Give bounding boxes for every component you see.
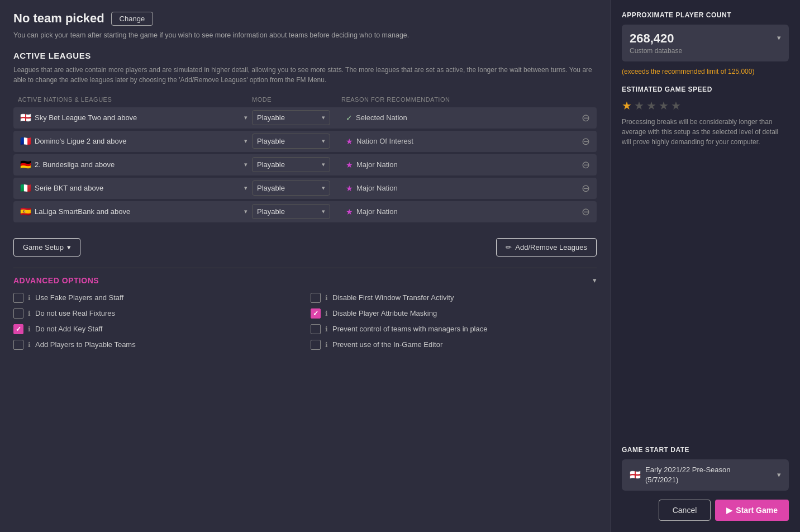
reason-cell-2: ★ Nation Of Interest	[341, 137, 578, 146]
flag-england-date: 🏴󠁧󠁢󠁥󠁮󠁧󠁿	[630, 469, 641, 480]
cancel-button[interactable]: Cancel	[659, 500, 711, 521]
remove-button-2[interactable]: ⊖	[578, 134, 593, 149]
chevron-down-icon: ▾	[322, 114, 325, 121]
advanced-options-header: ADVANCED OPTIONS ▾	[13, 276, 597, 285]
date-line2: (5/7/2021)	[645, 475, 730, 485]
advanced-options-title: ADVANCED OPTIONS	[13, 276, 99, 285]
player-count-box[interactable]: 268,420 Custom database ▾	[622, 25, 789, 61]
game-setup-label: Game Setup	[23, 243, 64, 251]
mode-select-2[interactable]: Playable ▾	[252, 134, 330, 149]
add-remove-leagues-button[interactable]: ✏ Add/Remove Leagues	[496, 238, 597, 256]
checkbox-ingame-editor[interactable]	[311, 340, 321, 350]
reason-label-3: Major Nation	[356, 160, 398, 169]
active-leagues-desc: Leagues that are active contain more pla…	[13, 65, 597, 85]
chevron-down-icon: ▾	[322, 184, 325, 192]
reason-label-4: Major Nation	[356, 184, 398, 192]
start-game-label: Start Game	[736, 506, 778, 515]
option-label: Do not use Real Fixtures	[35, 309, 115, 317]
table-row: 🇮🇹 Serie BKT and above ▾ Playable ▾ ★ Ma…	[13, 178, 597, 199]
chevron-down-icon: ▾	[777, 34, 781, 42]
left-panel: No team picked Change You can pick your …	[0, 0, 610, 532]
reason-cell-3: ★ Major Nation	[341, 160, 578, 169]
game-setup-button[interactable]: Game Setup ▾	[13, 238, 80, 256]
active-leagues-title: ACTIVE LEAGUES	[13, 51, 597, 60]
option-label: Prevent use of the In-Game Editor	[332, 340, 442, 349]
remove-button-4[interactable]: ⊖	[578, 180, 593, 196]
chevron-down-icon: ▾	[322, 208, 325, 215]
date-info: 🏴󠁧󠁢󠁥󠁮󠁧󠁿 Early 2021/22 Pre-Season (5/7/20…	[630, 465, 730, 485]
header-subtitle: You can pick your team after starting th…	[13, 30, 597, 41]
chevron-down-icon: ▾	[244, 208, 247, 215]
option-label: Use Fake Players and Staff	[35, 293, 123, 302]
remove-button-1[interactable]: ⊖	[578, 110, 593, 126]
league-dropdown-2[interactable]: 🇫🇷 Domino's Ligue 2 and above ▾	[16, 132, 252, 150]
checkbox-key-staff[interactable]	[13, 324, 23, 334]
options-left: ℹ Use Fake Players and Staff ℹ Do not us…	[13, 293, 299, 350]
right-panel: APPROXIMATE PLAYER COUNT 268,420 Custom …	[610, 0, 800, 532]
mode-select-4[interactable]: Playable ▾	[252, 180, 330, 196]
reason-label-5: Major Nation	[356, 207, 398, 216]
table-header: ACTIVE NATIONS & LEAGUES MODE REASON FOR…	[13, 94, 597, 105]
checkbox-fake-players[interactable]	[13, 293, 23, 303]
mode-value-5: Playable	[257, 207, 285, 216]
chevron-down-icon: ▾	[244, 114, 247, 121]
league-name-1: Sky Bet League Two and above	[35, 113, 137, 122]
col-reason: REASON FOR RECOMMENDATION	[341, 96, 575, 103]
mode-value-1: Playable	[257, 113, 285, 122]
option-row: ℹ Disable Player Attribute Masking	[311, 308, 597, 319]
info-icon: ℹ	[325, 294, 328, 302]
league-name-2: Domino's Ligue 2 and above	[35, 137, 126, 145]
option-label: Add Players to Playable Teams	[35, 340, 136, 349]
player-count-number: 268,420	[630, 31, 682, 46]
chevron-down-icon: ▾	[244, 184, 247, 192]
league-dropdown-1[interactable]: 🏴󠁧󠁢󠁥󠁮󠁧󠁿 Sky Bet League Two and above ▾	[16, 109, 252, 126]
start-game-button[interactable]: ▶ Start Game	[715, 500, 789, 521]
remove-button-5[interactable]: ⊖	[578, 204, 593, 220]
chevron-down-icon: ▾	[244, 137, 247, 145]
chevron-down-icon: ▾	[322, 137, 325, 145]
chevron-down-icon[interactable]: ▾	[593, 276, 597, 284]
option-row: ℹ Do not use Real Fixtures	[13, 308, 299, 319]
league-name-3: 2. Bundesliga and above	[35, 160, 115, 169]
checkbox-attribute-masking[interactable]	[311, 308, 321, 319]
star-icon: ★	[346, 184, 353, 193]
remove-button-3[interactable]: ⊖	[578, 157, 593, 173]
mode-value-3: Playable	[257, 160, 285, 169]
flag-spain: 🇪🇸	[20, 206, 31, 217]
reason-label-2: Nation Of Interest	[356, 137, 413, 145]
date-dropdown[interactable]: 🏴󠁧󠁢󠁥󠁮󠁧󠁿 Early 2021/22 Pre-Season (5/7/20…	[622, 459, 789, 491]
flag-france: 🇫🇷	[20, 136, 31, 146]
exceeds-warning: (exceeds the recommended limit of 125,00…	[622, 67, 789, 77]
star-4: ★	[659, 99, 669, 112]
mode-select-1[interactable]: Playable ▾	[252, 110, 330, 125]
option-row: ℹ Use Fake Players and Staff	[13, 293, 299, 303]
star-3: ★	[646, 99, 656, 112]
options-right: ℹ Disable First Window Transfer Activity…	[311, 293, 597, 350]
date-section: GAME START DATE 🏴󠁧󠁢󠁥󠁮󠁧󠁿 Early 2021/22 Pr…	[622, 446, 789, 491]
star-icon: ★	[346, 207, 353, 216]
star-5: ★	[671, 99, 681, 112]
check-icon: ✓	[346, 113, 353, 122]
chevron-down-icon: ▾	[777, 471, 781, 479]
speed-title: ESTIMATED GAME SPEED	[622, 86, 789, 93]
league-dropdown-4[interactable]: 🇮🇹 Serie BKT and above ▾	[16, 179, 252, 197]
mode-select-5[interactable]: Playable ▾	[252, 204, 330, 219]
game-speed-section: ESTIMATED GAME SPEED ★ ★ ★ ★ ★ Processin…	[622, 86, 789, 147]
pencil-icon: ✏	[506, 243, 512, 251]
mode-select-3[interactable]: Playable ▾	[252, 157, 330, 172]
checkbox-prevent-control[interactable]	[311, 324, 321, 334]
info-icon: ℹ	[325, 310, 328, 317]
option-label: Disable First Window Transfer Activity	[332, 293, 454, 302]
header-row: No team picked Change	[13, 11, 597, 26]
change-button[interactable]: Change	[111, 12, 154, 26]
col-nations: ACTIVE NATIONS & LEAGUES	[18, 96, 252, 103]
checkbox-real-fixtures[interactable]	[13, 308, 23, 319]
checkbox-first-window[interactable]	[311, 293, 321, 303]
option-label: Disable Player Attribute Masking	[332, 309, 437, 317]
page-title: No team picked	[13, 11, 104, 26]
player-count-sublabel: Custom database	[630, 47, 682, 55]
checkbox-add-players[interactable]	[13, 340, 23, 350]
flag-germany: 🇩🇪	[20, 159, 31, 170]
league-dropdown-5[interactable]: 🇪🇸 LaLiga SmartBank and above ▾	[16, 203, 252, 220]
league-dropdown-3[interactable]: 🇩🇪 2. Bundesliga and above ▾	[16, 156, 252, 173]
